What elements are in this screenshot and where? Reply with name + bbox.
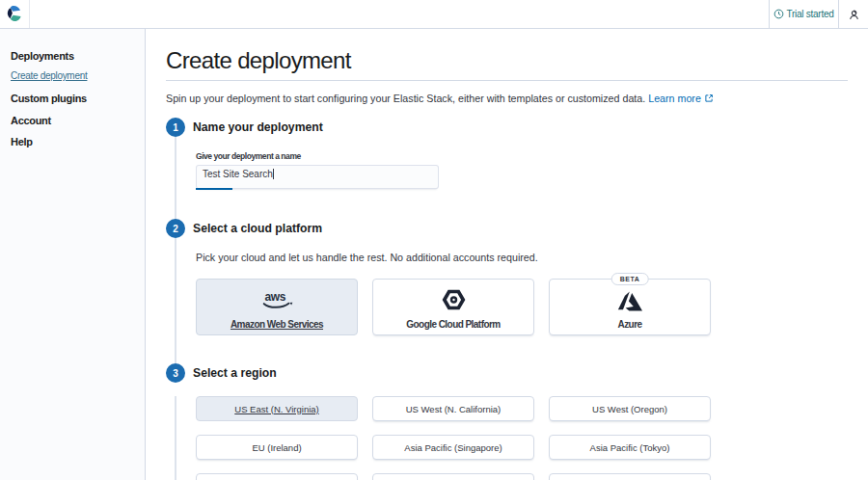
svg-text:aws: aws: [265, 290, 286, 304]
